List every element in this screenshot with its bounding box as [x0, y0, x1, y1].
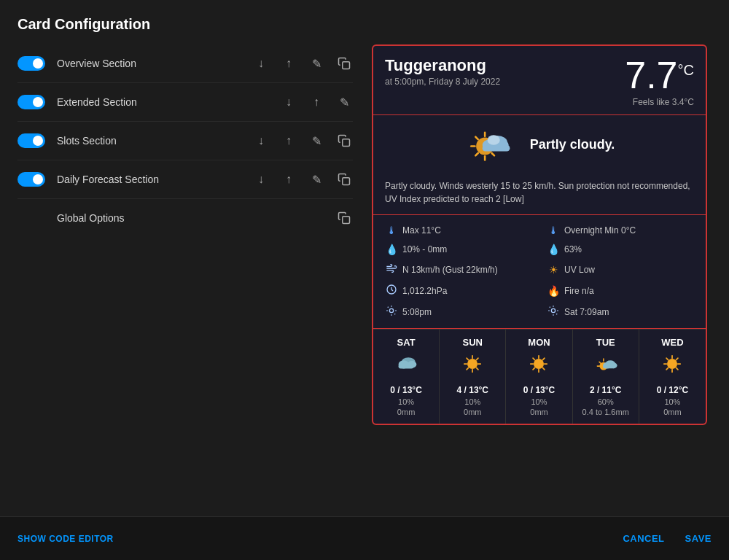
- svg-line-69: [666, 358, 668, 359]
- weather-icon: [464, 122, 515, 166]
- forecast-sun-day: SUN: [463, 337, 483, 348]
- down-arrow-extended[interactable]: ↓: [280, 93, 297, 111]
- svg-line-22: [388, 307, 389, 308]
- stat-max-temp-value: Max 11°C: [402, 225, 441, 236]
- forecast-mon-temp: 0 / 13°C: [523, 385, 555, 395]
- up-arrow-overview[interactable]: ↑: [280, 55, 297, 72]
- edit-extended[interactable]: ✎: [335, 93, 353, 111]
- svg-point-17: [487, 135, 499, 145]
- copy-global[interactable]: [335, 209, 353, 227]
- up-arrow-slots[interactable]: ↑: [280, 132, 297, 149]
- copy-slots[interactable]: [335, 132, 353, 149]
- svg-rect-63: [603, 365, 615, 369]
- forecast-mon-rain-mm: 0mm: [530, 408, 547, 416]
- up-arrow-daily[interactable]: ↑: [280, 171, 297, 188]
- stat-pressure: 1,012.2hPa: [385, 281, 532, 300]
- svg-line-71: [677, 358, 678, 359]
- row-icons-overview: ↓ ↑ ✎: [252, 55, 353, 72]
- forecast-sun-temp: 4 / 13°C: [457, 385, 489, 395]
- toggle-slots[interactable]: [17, 133, 45, 148]
- section-label-extended: Extended Section: [57, 96, 280, 108]
- copy-daily[interactable]: [335, 171, 353, 188]
- toggle-extended[interactable]: [17, 95, 45, 109]
- weather-stats: 🌡 Max 11°C 🌡 Overnight Min 0°C 💧 10% - 0…: [373, 215, 706, 329]
- svg-point-26: [551, 308, 555, 312]
- stat-overnight-min: 🌡 Overnight Min 0°C: [547, 222, 694, 238]
- row-icons-slots: ↓ ↑ ✎: [252, 132, 353, 149]
- svg-line-44: [477, 358, 478, 359]
- up-arrow-extended[interactable]: ↑: [308, 93, 325, 111]
- forecast-wed-day: WED: [661, 337, 683, 348]
- thermometer-night-icon: 🌡: [547, 225, 560, 236]
- weather-condition-text: Partly cloudy.: [530, 137, 615, 152]
- forecast-wed-icon: [660, 354, 684, 379]
- svg-line-12: [475, 153, 477, 155]
- forecast-sat-day: SAT: [397, 337, 416, 348]
- forecast-mon: MON 0 / 13°C 10% 0mm: [506, 330, 572, 424]
- forecast-sat: SAT 0 / 13°C 10% 0mm: [373, 330, 440, 424]
- sunset-icon: [385, 305, 398, 319]
- forecast-mon-rain-pct: 10%: [531, 397, 547, 406]
- forecast-tue-day: TUE: [596, 337, 615, 348]
- stat-humidity: 💧 63%: [547, 241, 694, 257]
- stat-uv: ☀ UV Low: [547, 260, 694, 279]
- humidity-icon: 💧: [547, 244, 560, 255]
- row-icons-extended: ↓ ↑ ✎: [280, 93, 353, 111]
- svg-line-43: [477, 368, 478, 369]
- sunrise-icon: [547, 305, 560, 319]
- forecast-tue-temp: 2 / 11°C: [590, 385, 622, 395]
- global-options-row: Global Options: [17, 199, 353, 237]
- stat-rain-value: 10% - 0mm: [402, 244, 447, 254]
- forecast-sun-rain-pct: 10%: [464, 397, 480, 406]
- toggle-daily[interactable]: [17, 172, 45, 187]
- svg-rect-16: [482, 145, 510, 152]
- daily-forecast: SAT 0 / 13°C 10% 0mm SUN 4 / 13°C 10%: [373, 329, 706, 424]
- uv-icon: ☀: [547, 264, 560, 276]
- forecast-wed: WED 0 / 12°C 10% 0mm: [639, 330, 706, 424]
- toggle-overview[interactable]: [17, 56, 45, 71]
- copy-overview[interactable]: [335, 55, 353, 72]
- svg-point-19: [389, 308, 393, 312]
- stat-max-temp: 🌡 Max 11°C: [385, 222, 532, 238]
- stat-sunrise-value: Sat 7:09am: [564, 307, 609, 317]
- section-row-extended: Extended Section ↓ ↑ ✎: [17, 83, 353, 122]
- stat-sunrise: Sat 7:09am: [547, 303, 694, 321]
- section-row-daily: Daily Forecast Section ↓ ↑ ✎: [17, 160, 353, 199]
- down-arrow-slots[interactable]: ↓: [252, 132, 270, 149]
- forecast-wed-rain-pct: 10%: [664, 397, 680, 406]
- svg-line-54: [534, 368, 535, 369]
- section-label-daily: Daily Forecast Section: [57, 174, 252, 185]
- weather-temp-block: 7.7°C Feels like 3.4°C: [625, 56, 694, 107]
- edit-overview[interactable]: ✎: [308, 55, 325, 72]
- down-arrow-daily[interactable]: ↓: [252, 171, 270, 188]
- stat-wind: N 13km/h (Gust 22km/h): [385, 260, 532, 279]
- svg-rect-3: [343, 217, 350, 224]
- edit-daily[interactable]: ✎: [308, 171, 325, 188]
- svg-rect-36: [399, 364, 414, 368]
- stat-fire: 🔥 Fire n/a: [547, 281, 694, 300]
- svg-rect-2: [343, 178, 350, 185]
- save-button[interactable]: SAVE: [685, 533, 712, 544]
- cancel-button[interactable]: CANCEL: [623, 533, 664, 544]
- section-row-overview: Overview Section ↓ ↑ ✎: [17, 44, 353, 83]
- main-layout: Overview Section ↓ ↑ ✎ Extended Section …: [0, 44, 729, 517]
- rain-icon: 💧: [385, 244, 398, 255]
- down-arrow-overview[interactable]: ↓: [252, 55, 270, 72]
- weather-card: Tuggeranong at 5:00pm, Friday 8 July 202…: [372, 44, 707, 425]
- edit-slots[interactable]: ✎: [308, 132, 325, 149]
- forecast-mon-day: MON: [528, 337, 550, 348]
- weather-location-block: Tuggeranong at 5:00pm, Friday 8 July 202…: [385, 56, 500, 87]
- show-code-editor-button[interactable]: SHOW CODE EDITOR: [17, 534, 114, 544]
- stat-overnight-value: Overnight Min 0°C: [564, 225, 636, 236]
- section-row-slots: Slots Section ↓ ↑ ✎: [17, 122, 353, 160]
- global-options-label: Global Options: [57, 212, 335, 224]
- svg-rect-0: [343, 62, 350, 69]
- forecast-wed-rain-mm: 0mm: [663, 408, 681, 416]
- svg-line-53: [543, 358, 545, 359]
- forecast-sun-icon: [461, 354, 484, 379]
- forecast-sun-rain-mm: 0mm: [464, 408, 481, 416]
- weather-feels-like: Feels like 3.4°C: [625, 97, 694, 107]
- svg-line-42: [467, 358, 468, 359]
- weather-temperature: 7.7°C: [625, 56, 694, 94]
- section-label-overview: Overview Section: [57, 58, 252, 69]
